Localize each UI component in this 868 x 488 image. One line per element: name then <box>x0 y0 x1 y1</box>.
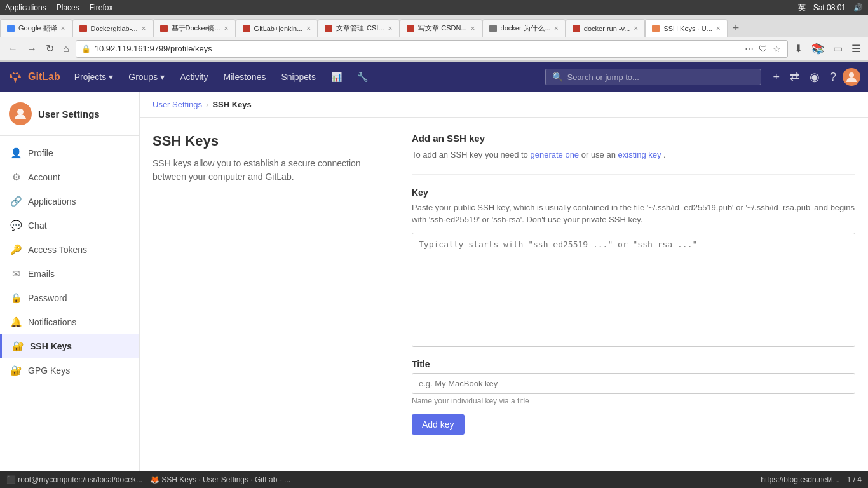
nav-projects[interactable]: Projects ▾ <box>68 68 120 86</box>
issues-icon[interactable]: ◉ <box>806 66 824 88</box>
gpg-keys-icon: 🔐 <box>10 365 22 376</box>
lock-icon: 🔒 <box>81 44 91 53</box>
os-places-label[interactable]: Places <box>57 3 79 12</box>
statusbar-browser: 🦊 SSH Keys · User Settings · GitLab - ..… <box>150 475 290 484</box>
browser-tab-1[interactable]: Dockergitlab-... × <box>72 19 153 37</box>
ssh-keys-icon: 🔐 <box>12 341 24 352</box>
browser-tab-3[interactable]: GitLab+jenkin... × <box>236 19 318 37</box>
sidebar-item-label: Account <box>28 172 60 182</box>
browser-tab-5[interactable]: 写文章-CSDN... × <box>400 19 482 37</box>
nav-snippets[interactable]: Snippets <box>275 68 322 86</box>
home-button[interactable]: ⌂ <box>60 42 72 56</box>
statusbar: ⬛ root@mycomputer:/usr/local/docek... 🦊 … <box>0 471 868 488</box>
statusbar-right: https://blog.csdn.net/l... 1 / 4 <box>761 475 862 484</box>
user-avatar[interactable] <box>843 68 860 86</box>
chart-icon: 📊 <box>331 72 342 82</box>
help-icon[interactable]: ? <box>826 67 840 88</box>
key-help: Paste your public SSH key, which is usua… <box>412 201 855 226</box>
title-help: Name your individual key via a title <box>412 396 855 405</box>
title-input[interactable] <box>412 373 855 394</box>
sidebar-item-access-tokens[interactable]: 🔑 Access Tokens <box>0 238 139 262</box>
sidebar-item-label: Applications <box>28 196 76 207</box>
sidebar-item-label: Notifications <box>28 317 76 327</box>
plus-icon[interactable]: + <box>769 67 783 88</box>
chevron-down-icon-2: ▾ <box>160 72 165 82</box>
sidebar-toggle-icon[interactable]: ▭ <box>831 41 845 56</box>
browser-tab-6[interactable]: docker 为什么... × <box>482 19 566 37</box>
sidebar-item-label: Password <box>28 293 67 303</box>
page-title: SSH Keys <box>153 133 381 149</box>
browser-tab-0[interactable]: Google 翻译 × <box>0 19 72 37</box>
star-icon[interactable]: ☆ <box>771 43 782 55</box>
title-section: Title Name your individual key via a tit… <box>412 359 855 405</box>
library-icon[interactable]: 📚 <box>809 41 827 56</box>
merge-requests-icon[interactable]: ⇄ <box>786 66 803 88</box>
nav-groups[interactable]: Groups ▾ <box>122 68 171 86</box>
sidebar-item-ssh-keys[interactable]: 🔐 SSH Keys <box>0 334 139 358</box>
nav-menu: Projects ▾ Groups ▾ Activity Milestones … <box>68 68 374 86</box>
forward-button[interactable]: → <box>24 42 39 56</box>
notifications-icon: 🔔 <box>10 316 22 328</box>
browser-chrome: Google 翻译 × Dockergitlab-... × 基于Docker镜… <box>0 15 868 62</box>
back-button[interactable]: ← <box>5 42 20 56</box>
os-firefox-label[interactable]: Firefox <box>90 3 113 12</box>
form-divider <box>412 174 855 175</box>
browser-tab-2[interactable]: 基于Docker镜... × <box>153 19 236 37</box>
search-input[interactable] <box>567 72 754 82</box>
applications-icon: 🔗 <box>10 196 22 207</box>
browser-tab-7[interactable]: docker run -v... × <box>566 19 646 37</box>
add-key-button[interactable]: Add key <box>412 414 465 435</box>
sidebar-item-gpg-keys[interactable]: 🔐 GPG Keys <box>0 358 139 383</box>
nav-icons: + ⇄ ◉ ? <box>769 66 860 88</box>
sidebar-item-label: Profile <box>28 148 53 158</box>
access-tokens-icon: 🔑 <box>10 244 22 255</box>
shield-icon[interactable]: 🛡 <box>757 43 769 55</box>
sidebar-item-label: Emails <box>28 269 55 279</box>
chat-icon: 💬 <box>10 220 22 231</box>
sidebar-title: User Settings <box>38 109 100 119</box>
nav-activity[interactable]: Activity <box>173 68 214 86</box>
sidebar-item-password[interactable]: 🔒 Password <box>0 286 139 310</box>
password-icon: 🔒 <box>10 292 22 304</box>
browser-tab-8[interactable]: SSH Keys · U... × <box>645 19 727 37</box>
new-tab-button[interactable]: + <box>728 19 778 37</box>
sidebar-item-chat[interactable]: 💬 Chat <box>0 214 139 238</box>
bookmark-star-icon[interactable]: ⋯ <box>743 43 755 55</box>
sidebar-item-notifications[interactable]: 🔔 Notifications <box>0 310 139 334</box>
download-icon[interactable]: ⬇ <box>792 41 805 56</box>
sidebar: User Settings 👤 Profile ⚙ Account 🔗 Appl… <box>0 92 140 488</box>
os-audio-icon: 🔊 <box>853 3 863 12</box>
breadcrumb-sep: › <box>206 100 208 109</box>
generate-link[interactable]: generate one <box>530 150 579 159</box>
nav-milestones[interactable]: Milestones <box>217 68 273 86</box>
sidebar-item-emails[interactable]: ✉ Emails <box>0 262 139 286</box>
sidebar-item-applications[interactable]: 🔗 Applications <box>0 189 139 214</box>
existing-link[interactable]: existing key <box>618 150 661 159</box>
wrench-icon: 🔧 <box>357 72 368 82</box>
os-bar-right: 英 Sat 08:01 🔊 <box>798 3 863 13</box>
content-area: User Settings › SSH Keys SSH Keys SSH ke… <box>140 92 868 488</box>
breadcrumb-current: SSH Keys <box>212 100 251 109</box>
menu-icon[interactable]: ☰ <box>849 41 863 56</box>
gitlab-logo-text: GitLab <box>28 71 60 83</box>
key-label: Key <box>412 187 855 198</box>
svg-point-0 <box>849 72 854 78</box>
title-label: Title <box>412 359 855 369</box>
os-time: Sat 08:01 <box>813 3 846 12</box>
nav-chart-icon[interactable]: 📊 <box>325 68 348 86</box>
sidebar-item-label: Chat <box>28 220 47 231</box>
address-bar: 🔒 ⋯ 🛡 ☆ <box>76 40 788 58</box>
address-input[interactable] <box>95 44 740 53</box>
svg-point-1 <box>17 109 24 115</box>
reload-button[interactable]: ↻ <box>43 41 57 56</box>
breadcrumb-parent[interactable]: User Settings <box>153 100 202 109</box>
sidebar-item-account[interactable]: ⚙ Account <box>0 165 139 189</box>
sidebar-item-profile[interactable]: 👤 Profile <box>0 141 139 165</box>
gitlab-logo[interactable]: GitLab <box>8 69 60 85</box>
key-textarea[interactable] <box>412 233 855 347</box>
browser-tab-4[interactable]: 文章管理-CSI... × <box>318 19 399 37</box>
content-inner: SSH Keys SSH keys allow you to establish… <box>140 118 868 450</box>
nav-wrench-icon[interactable]: 🔧 <box>351 68 374 86</box>
os-apps-label[interactable]: Applications <box>5 3 46 12</box>
statusbar-page-info: https://blog.csdn.net/l... <box>761 475 839 484</box>
